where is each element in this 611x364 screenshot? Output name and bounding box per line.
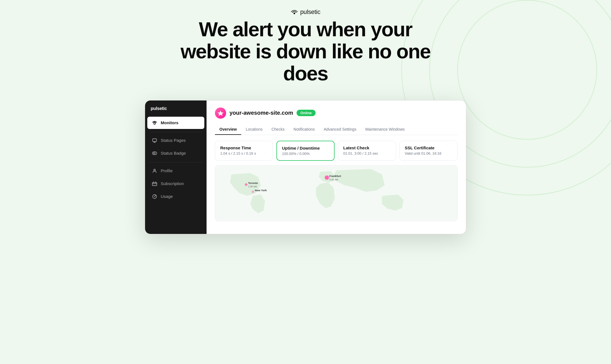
stat-label-latest-check: Latest Check [343,145,391,150]
status-badge-icon [152,150,157,156]
map-area: Toronto 1.36 sec New York Frankfurt 0.42… [215,165,458,221]
svg-rect-8 [152,183,157,186]
stat-label-ssl: SSL Certificate [405,145,452,150]
sidebar-subscription-label: Subscription [161,181,184,186]
svg-text:1.36 sec: 1.36 sec [248,185,257,188]
monitor-avatar [215,107,226,119]
sidebar-status-badge-label: Status Badge [161,151,186,155]
stat-card-uptime: Uptime / Downtime 100.00% / 0.00% [276,141,335,161]
stat-value-ssl: Valid until 01.06, 16:16 [405,151,452,155]
stat-label-response-time: Response Time [220,145,268,150]
sidebar-divider-2 [150,162,202,162]
main-content: your-awesome-site.com Online Overview Lo… [207,100,466,234]
brand-name: pulsetic [300,8,320,16]
svg-rect-3 [152,152,157,155]
tab-checks[interactable]: Checks [267,124,289,135]
monitor-icon [152,120,157,126]
tab-bar: Overview Locations Checks Notifications … [215,124,458,135]
sidebar-profile-label: Profile [161,168,173,173]
stat-card-latest-check: Latest Check 01.01, 3:00 / 2.15 sec [338,141,396,161]
svg-text:Toronto: Toronto [248,181,258,185]
sidebar-item-subscription[interactable]: Subscription [147,178,204,190]
sidebar-status-pages-label: Status Pages [161,138,186,143]
svg-point-1 [154,123,155,124]
stats-grid: Response Time 1.04 s / 2.15 s / 0.16 s U… [215,141,458,161]
stat-value-latest-check: 01.01, 3:00 / 2.15 sec [343,151,391,155]
sidebar-item-status-badge[interactable]: Status Badge [147,147,204,159]
brand-logo: pulsetic [291,8,320,16]
stat-card-response-time: Response Time 1.04 s / 2.15 s / 0.16 s [215,141,273,161]
tab-overview[interactable]: Overview [215,124,241,135]
sidebar-item-usage[interactable]: Usage [147,190,204,203]
sidebar-usage-label: Usage [161,194,173,199]
stat-card-ssl: SSL Certificate Valid until 01.06, 16:16 [399,141,458,161]
pulsetic-icon [291,9,298,15]
stat-value-response-time: 1.04 s / 2.15 s / 0.16 s [220,151,268,155]
monitor-name: your-awesome-site.com [229,110,293,116]
svg-point-0 [293,13,295,14]
status-badge: Online [297,110,316,116]
tab-notifications[interactable]: Notifications [289,124,319,135]
brand-header: pulsetic We alert you when your website … [180,8,431,95]
svg-text:0.42 sec: 0.42 sec [329,178,338,181]
profile-icon [152,168,157,174]
svg-point-16 [252,191,254,193]
svg-point-13 [245,183,248,186]
monitor-header: your-awesome-site.com Online [215,107,458,119]
svg-text:Frankfurt: Frankfurt [329,174,341,178]
usage-icon [152,194,157,199]
tab-maintenance-windows[interactable]: Maintenance Windows [361,124,409,135]
sidebar-item-status-pages[interactable]: Status Pages [147,134,204,147]
svg-point-7 [154,169,155,171]
svg-text:New York: New York [255,189,267,192]
sidebar-item-monitors[interactable]: Monitors [147,117,204,129]
hero-title: We alert you when your website is down l… [180,18,431,85]
tab-locations[interactable]: Locations [241,124,267,135]
app-window: pulsetic Monitors [145,100,466,234]
tab-advanced-settings[interactable]: Advanced Settings [319,124,361,135]
svg-rect-2 [153,139,157,142]
sidebar-monitors-label: Monitors [161,120,178,125]
sidebar: pulsetic Monitors [145,100,207,234]
status-pages-icon [152,138,157,143]
svg-point-18 [325,175,329,179]
world-map-svg: Toronto 1.36 sec New York Frankfurt 0.42… [215,166,457,221]
sidebar-brand-label: pulsetic [145,106,207,117]
subscription-icon [152,181,157,186]
stat-label-uptime: Uptime / Downtime [282,146,329,150]
sidebar-divider-1 [150,132,202,132]
stat-value-uptime: 100.00% / 0.00% [282,152,329,156]
svg-marker-11 [217,111,224,116]
svg-point-10 [154,196,155,197]
sidebar-item-profile[interactable]: Profile [147,165,204,177]
